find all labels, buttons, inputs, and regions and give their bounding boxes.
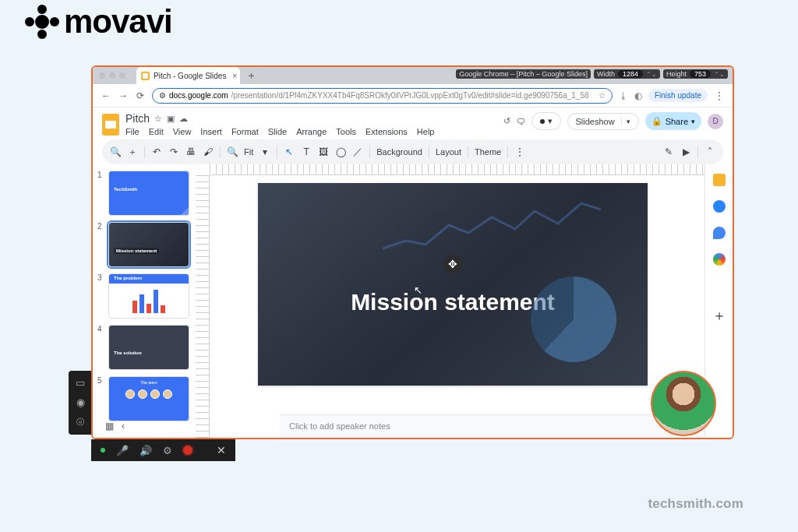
- paint-icon[interactable]: 🖌: [203, 146, 214, 157]
- star-icon[interactable]: ☆: [154, 114, 162, 124]
- image-icon[interactable]: 🖼: [318, 146, 329, 157]
- nav-reload-icon[interactable]: ⟳: [135, 90, 146, 101]
- move-icon[interactable]: ▣: [167, 114, 175, 124]
- slide-thumb-3[interactable]: 3 The problem: [97, 273, 191, 319]
- circle-icon[interactable]: ◉: [76, 396, 85, 408]
- browser-tab[interactable]: Pitch - Google Slides ×: [136, 67, 240, 84]
- settings-gear-icon[interactable]: ⚙: [163, 445, 172, 456]
- contacts-icon[interactable]: [713, 227, 726, 239]
- menu-arrange[interactable]: Arrange: [296, 127, 327, 136]
- download-icon[interactable]: ⭳: [619, 90, 628, 101]
- finish-update-chip[interactable]: Finish update: [648, 89, 708, 102]
- url-domain: docs.google.com: [169, 91, 228, 100]
- slide-canvas-area: ✥ ↖ Mission statement Click to add speak…: [196, 164, 704, 438]
- recorder-toolbar: 🎤 🔊 ⚙ ✕: [91, 439, 235, 461]
- menu-format[interactable]: Format: [231, 127, 259, 136]
- lasso-icon[interactable]: ⦾: [76, 416, 84, 428]
- menu-view[interactable]: View: [173, 127, 192, 136]
- menubar: File Edit View Insert Format Slide Arran…: [125, 127, 434, 136]
- theme-button[interactable]: Theme: [475, 147, 501, 157]
- chrome-menu-icon[interactable]: ⋮: [714, 90, 725, 101]
- url-path: /presentation/d/1Pf4mZKYXX4Tb4Fq8SROkfy0…: [231, 91, 589, 100]
- recorder-sidebar: ▭ ◉ ⦾: [69, 371, 92, 435]
- slide-thumb-2[interactable]: 2 Mission statement: [97, 222, 191, 267]
- traffic-lights[interactable]: [99, 72, 125, 79]
- zoom-value[interactable]: Fit: [244, 147, 253, 157]
- meet-button[interactable]: ▾: [531, 112, 561, 130]
- recorder-dimensions-badge: Google Chrome – [Pitch – Google Slides] …: [456, 69, 728, 79]
- maps-icon[interactable]: [713, 253, 726, 266]
- slide-thumb-5[interactable]: 5 The team: [97, 376, 191, 421]
- grid-view-icon[interactable]: ▦: [105, 421, 114, 432]
- format-toolbar: 🔍 ＋ ↶ ↷ 🖶 🖌 🔍 Fit▾ ↖ T 🖼 ◯ ／ Background …: [102, 139, 723, 164]
- nav-back-icon[interactable]: ←: [101, 90, 111, 101]
- layout-button[interactable]: Layout: [436, 147, 461, 157]
- comments-icon[interactable]: 🗨: [517, 117, 525, 126]
- menu-tools[interactable]: Tools: [336, 127, 356, 136]
- menu-help[interactable]: Help: [417, 127, 435, 136]
- account-avatar[interactable]: D: [708, 114, 723, 129]
- close-recorder-icon[interactable]: ✕: [217, 444, 226, 456]
- tune-icon: ⚙: [159, 91, 166, 100]
- ruler-horizontal: [210, 164, 704, 175]
- record-button[interactable]: [183, 446, 192, 455]
- menu-edit[interactable]: Edit: [149, 127, 164, 136]
- system-audio-icon[interactable]: 🔊: [139, 445, 152, 456]
- zoom-icon[interactable]: 🔍: [227, 146, 238, 157]
- share-button[interactable]: 🔒 Share ▾: [645, 112, 701, 130]
- display-icon[interactable]: ▭: [76, 377, 85, 389]
- bookmark-star-icon[interactable]: ☆: [598, 91, 606, 100]
- keep-icon[interactable]: [713, 174, 726, 186]
- present-icon[interactable]: ▶: [680, 146, 691, 157]
- history-icon[interactable]: ↺: [503, 116, 510, 126]
- tab-close-icon[interactable]: ×: [232, 71, 237, 80]
- move-handle-icon[interactable]: ✥: [443, 255, 462, 273]
- shape-icon[interactable]: ◯: [335, 146, 346, 157]
- add-addon-icon[interactable]: ＋: [713, 309, 726, 322]
- slide-thumb-4[interactable]: 4 The solution: [97, 325, 191, 370]
- browser-window: Pitch - Google Slides × ＋ Google Chrome …: [91, 65, 734, 439]
- menu-file[interactable]: File: [125, 127, 139, 136]
- ruler-vertical: [196, 175, 210, 438]
- redo-icon[interactable]: ↷: [168, 146, 179, 157]
- collapse-filmstrip-icon[interactable]: ‹: [122, 421, 125, 432]
- speaker-notes-input[interactable]: Click to add speaker notes: [280, 414, 704, 438]
- menu-insert[interactable]: Insert: [200, 127, 222, 136]
- slide-canvas[interactable]: ✥ ↖ Mission statement: [258, 183, 648, 386]
- search-icon[interactable]: 🔍: [110, 146, 121, 157]
- google-slides-logo-icon[interactable]: [102, 114, 119, 136]
- tab-title: Pitch - Google Slides: [154, 72, 226, 80]
- tasks-icon[interactable]: [713, 200, 726, 213]
- url-bar: ← → ⟳ ⚙ docs.google.com/presentation/d/1…: [93, 84, 733, 107]
- slide-title-text[interactable]: Mission statement: [351, 289, 555, 315]
- background-button[interactable]: Background: [376, 147, 422, 157]
- doc-title[interactable]: Pitch: [125, 112, 150, 125]
- menu-extensions[interactable]: Extensions: [365, 127, 408, 136]
- edit-mode-icon[interactable]: ✎: [663, 146, 674, 157]
- mic-icon[interactable]: 🎤: [116, 445, 129, 456]
- address-field[interactable]: ⚙ docs.google.com/presentation/d/1Pf4mZK…: [152, 88, 613, 104]
- webcam-overlay[interactable]: [651, 371, 716, 436]
- movavi-wordmark: movavi: [64, 3, 172, 41]
- movavi-dots-icon: [25, 5, 59, 39]
- menu-slide[interactable]: Slide: [268, 127, 287, 136]
- textbox-icon[interactable]: T: [301, 146, 312, 157]
- select-tool-icon[interactable]: ↖: [284, 146, 295, 157]
- cloud-icon[interactable]: ☁: [179, 114, 188, 124]
- nav-forward-icon[interactable]: →: [118, 90, 129, 101]
- window-titlebar: Pitch - Google Slides × ＋ Google Chrome …: [93, 67, 733, 84]
- slide-thumb-1[interactable]: 1 TechSmith: [97, 171, 191, 216]
- print-icon[interactable]: 🖶: [185, 146, 196, 157]
- slideshow-button[interactable]: Slideshow▾: [567, 113, 639, 130]
- line-icon[interactable]: ／: [352, 146, 363, 159]
- height-control[interactable]: Height 753 ⌃⌄: [663, 69, 728, 79]
- more-icon[interactable]: ⋮: [514, 146, 525, 157]
- hide-menu-icon[interactable]: ˄: [704, 146, 715, 157]
- view-toggle[interactable]: ▦ ‹: [105, 421, 125, 432]
- new-tab-button[interactable]: ＋: [245, 69, 257, 82]
- account-icon[interactable]: ◐: [634, 90, 642, 101]
- slide-filmstrip[interactable]: 1 TechSmith 2 Mission statement 3 The pr…: [93, 164, 196, 438]
- new-slide-icon[interactable]: ＋: [127, 146, 138, 159]
- undo-icon[interactable]: ↶: [151, 146, 162, 157]
- width-control[interactable]: Width 1284 ⌃⌄: [594, 69, 660, 79]
